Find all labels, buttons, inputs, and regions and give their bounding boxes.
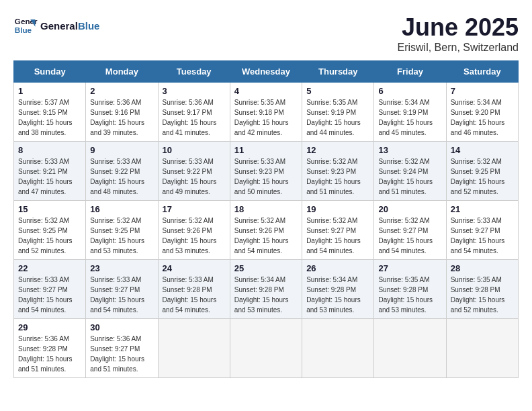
calendar-cell: 2Sunrise: 5:36 AMSunset: 9:16 PMDaylight… xyxy=(86,83,158,142)
day-info: Sunrise: 5:32 AMSunset: 9:27 PMDaylight:… xyxy=(306,216,369,256)
week-row-2: 8Sunrise: 5:33 AMSunset: 9:21 PMDaylight… xyxy=(14,142,519,201)
day-info: Sunrise: 5:32 AMSunset: 9:23 PMDaylight:… xyxy=(306,156,369,197)
day-info: Sunrise: 5:32 AMSunset: 9:25 PMDaylight:… xyxy=(18,216,81,256)
page-subtitle: Eriswil, Bern, Switzerland xyxy=(398,42,519,54)
calendar-cell: 24Sunrise: 5:33 AMSunset: 9:28 PMDayligh… xyxy=(158,260,230,319)
day-number: 26 xyxy=(306,263,369,273)
day-info: Sunrise: 5:35 AMSunset: 9:28 PMDaylight:… xyxy=(378,275,441,315)
day-number: 19 xyxy=(306,204,369,214)
calendar-cell: 1Sunrise: 5:37 AMSunset: 9:15 PMDaylight… xyxy=(14,83,86,142)
logo: General Blue GeneralBlue xyxy=(13,13,99,38)
calendar-cell: 8Sunrise: 5:33 AMSunset: 9:21 PMDaylight… xyxy=(14,142,86,201)
calendar-cell: 6Sunrise: 5:34 AMSunset: 9:19 PMDaylight… xyxy=(374,83,446,142)
day-number: 8 xyxy=(18,145,81,155)
column-header-saturday: Saturday xyxy=(446,61,518,83)
day-number: 13 xyxy=(378,145,441,155)
logo-icon: General Blue xyxy=(13,13,38,38)
calendar-cell: 25Sunrise: 5:34 AMSunset: 9:28 PMDayligh… xyxy=(230,260,302,319)
day-number: 22 xyxy=(18,263,81,273)
calendar-cell: 14Sunrise: 5:32 AMSunset: 9:25 PMDayligh… xyxy=(446,142,518,201)
page-title: June 2025 xyxy=(398,13,519,42)
calendar-cell: 19Sunrise: 5:32 AMSunset: 9:27 PMDayligh… xyxy=(302,201,374,260)
day-number: 2 xyxy=(90,86,153,96)
calendar-cell: 30Sunrise: 5:36 AMSunset: 9:27 PMDayligh… xyxy=(86,319,158,378)
calendar-cell: 17Sunrise: 5:32 AMSunset: 9:26 PMDayligh… xyxy=(158,201,230,260)
day-info: Sunrise: 5:33 AMSunset: 9:27 PMDaylight:… xyxy=(90,275,153,315)
calendar-cell xyxy=(446,319,518,378)
day-info: Sunrise: 5:32 AMSunset: 9:27 PMDaylight:… xyxy=(378,216,441,256)
calendar-cell xyxy=(302,319,374,378)
day-info: Sunrise: 5:33 AMSunset: 9:28 PMDaylight:… xyxy=(163,275,226,315)
day-number: 11 xyxy=(234,145,298,155)
calendar-cell: 12Sunrise: 5:32 AMSunset: 9:23 PMDayligh… xyxy=(302,142,374,201)
calendar-cell: 5Sunrise: 5:35 AMSunset: 9:19 PMDaylight… xyxy=(302,83,374,142)
day-info: Sunrise: 5:34 AMSunset: 9:19 PMDaylight:… xyxy=(378,97,441,138)
column-header-monday: Monday xyxy=(86,61,158,83)
day-info: Sunrise: 5:32 AMSunset: 9:26 PMDaylight:… xyxy=(163,216,226,256)
calendar-cell: 20Sunrise: 5:32 AMSunset: 9:27 PMDayligh… xyxy=(374,201,446,260)
calendar-cell: 16Sunrise: 5:32 AMSunset: 9:25 PMDayligh… xyxy=(86,201,158,260)
calendar-cell: 28Sunrise: 5:35 AMSunset: 9:28 PMDayligh… xyxy=(446,260,518,319)
week-row-5: 29Sunrise: 5:36 AMSunset: 9:28 PMDayligh… xyxy=(14,319,519,378)
calendar-cell: 3Sunrise: 5:36 AMSunset: 9:17 PMDaylight… xyxy=(158,83,230,142)
day-number: 21 xyxy=(451,204,514,214)
day-number: 28 xyxy=(451,263,514,273)
day-number: 3 xyxy=(163,86,226,96)
day-info: Sunrise: 5:33 AMSunset: 9:23 PMDaylight:… xyxy=(234,156,298,197)
calendar-cell: 15Sunrise: 5:32 AMSunset: 9:25 PMDayligh… xyxy=(14,201,86,260)
column-header-thursday: Thursday xyxy=(302,61,374,83)
day-info: Sunrise: 5:36 AMSunset: 9:27 PMDaylight:… xyxy=(90,334,153,374)
day-number: 20 xyxy=(378,204,441,214)
day-info: Sunrise: 5:36 AMSunset: 9:28 PMDaylight:… xyxy=(18,334,81,374)
day-info: Sunrise: 5:33 AMSunset: 9:22 PMDaylight:… xyxy=(90,156,153,197)
week-row-4: 22Sunrise: 5:33 AMSunset: 9:27 PMDayligh… xyxy=(14,260,519,319)
day-info: Sunrise: 5:35 AMSunset: 9:19 PMDaylight:… xyxy=(306,97,369,138)
calendar-cell xyxy=(158,319,230,378)
calendar-header-row: SundayMondayTuesdayWednesdayThursdayFrid… xyxy=(14,61,519,83)
day-info: Sunrise: 5:34 AMSunset: 9:28 PMDaylight:… xyxy=(234,275,298,315)
day-info: Sunrise: 5:32 AMSunset: 9:24 PMDaylight:… xyxy=(378,156,441,197)
day-info: Sunrise: 5:36 AMSunset: 9:17 PMDaylight:… xyxy=(163,97,226,138)
calendar-cell xyxy=(374,319,446,378)
calendar-cell: 21Sunrise: 5:33 AMSunset: 9:27 PMDayligh… xyxy=(446,201,518,260)
day-info: Sunrise: 5:37 AMSunset: 9:15 PMDaylight:… xyxy=(18,97,81,138)
calendar-cell: 29Sunrise: 5:36 AMSunset: 9:28 PMDayligh… xyxy=(14,319,86,378)
day-number: 10 xyxy=(163,145,226,155)
day-info: Sunrise: 5:35 AMSunset: 9:18 PMDaylight:… xyxy=(234,97,298,138)
column-header-wednesday: Wednesday xyxy=(230,61,302,83)
day-info: Sunrise: 5:34 AMSunset: 9:20 PMDaylight:… xyxy=(451,97,514,138)
day-info: Sunrise: 5:32 AMSunset: 9:25 PMDaylight:… xyxy=(90,216,153,256)
day-number: 1 xyxy=(18,86,81,96)
day-info: Sunrise: 5:36 AMSunset: 9:16 PMDaylight:… xyxy=(90,97,153,138)
day-info: Sunrise: 5:33 AMSunset: 9:27 PMDaylight:… xyxy=(451,216,514,256)
day-info: Sunrise: 5:33 AMSunset: 9:21 PMDaylight:… xyxy=(18,156,81,197)
day-number: 18 xyxy=(234,204,298,214)
day-number: 25 xyxy=(234,263,298,273)
calendar-cell: 13Sunrise: 5:32 AMSunset: 9:24 PMDayligh… xyxy=(374,142,446,201)
calendar-cell: 23Sunrise: 5:33 AMSunset: 9:27 PMDayligh… xyxy=(86,260,158,319)
day-number: 7 xyxy=(451,86,514,96)
svg-text:Blue: Blue xyxy=(15,26,32,34)
day-number: 5 xyxy=(306,86,369,96)
day-number: 17 xyxy=(163,204,226,214)
calendar-table: SundayMondayTuesdayWednesdayThursdayFrid… xyxy=(13,60,519,378)
day-number: 24 xyxy=(163,263,226,273)
day-info: Sunrise: 5:32 AMSunset: 9:25 PMDaylight:… xyxy=(451,156,514,197)
page-header: General Blue GeneralBlue June 2025 Erisw… xyxy=(13,13,519,54)
calendar-cell: 11Sunrise: 5:33 AMSunset: 9:23 PMDayligh… xyxy=(230,142,302,201)
week-row-1: 1Sunrise: 5:37 AMSunset: 9:15 PMDaylight… xyxy=(14,83,519,142)
day-number: 4 xyxy=(234,86,298,96)
calendar-cell xyxy=(230,319,302,378)
logo-text: GeneralBlue xyxy=(40,20,99,32)
day-number: 12 xyxy=(306,145,369,155)
column-header-friday: Friday xyxy=(374,61,446,83)
column-header-tuesday: Tuesday xyxy=(158,61,230,83)
day-info: Sunrise: 5:34 AMSunset: 9:28 PMDaylight:… xyxy=(306,275,369,315)
day-number: 16 xyxy=(90,204,153,214)
day-number: 15 xyxy=(18,204,81,214)
calendar-cell: 7Sunrise: 5:34 AMSunset: 9:20 PMDaylight… xyxy=(446,83,518,142)
day-number: 9 xyxy=(90,145,153,155)
calendar-cell: 10Sunrise: 5:33 AMSunset: 9:22 PMDayligh… xyxy=(158,142,230,201)
calendar-cell: 9Sunrise: 5:33 AMSunset: 9:22 PMDaylight… xyxy=(86,142,158,201)
day-number: 27 xyxy=(378,263,441,273)
